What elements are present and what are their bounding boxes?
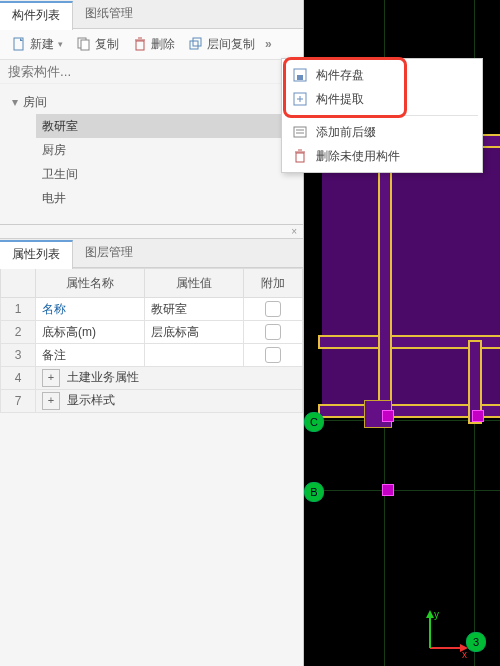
bubble-3: 3 — [466, 632, 486, 652]
row-idx: 4 — [1, 367, 36, 390]
tree-root-label: 房间 — [23, 95, 47, 109]
menu-label: 构件存盘 — [316, 67, 364, 84]
menu-divider — [286, 115, 478, 116]
row-idx: 2 — [1, 321, 36, 344]
new-button[interactable]: 新建 ▾ — [6, 34, 69, 55]
more-icon: » — [265, 37, 272, 51]
delete-icon — [133, 37, 147, 51]
prefix-icon — [292, 124, 308, 140]
tree-item[interactable]: 卫生间 — [36, 162, 303, 186]
axis-gizmo: x y — [410, 608, 470, 658]
table-row[interactable]: 1 名称 教研室 — [1, 298, 303, 321]
svg-rect-3 — [136, 41, 144, 50]
col-value: 属性值 — [144, 269, 243, 298]
tab-components[interactable]: 构件列表 — [0, 1, 73, 30]
context-menu: 构件存盘 构件提取 添加前后缀 删除未使用构件 — [281, 58, 483, 173]
menu-save-component[interactable]: 构件存盘 — [282, 63, 482, 87]
tree-item[interactable]: 厨房 — [36, 138, 303, 162]
col-name: 属性名称 — [36, 269, 145, 298]
attr-group[interactable]: + 土建业务属性 — [36, 367, 303, 390]
attr-name: 备注 — [36, 344, 145, 367]
layercopy-icon — [189, 37, 203, 51]
trash-icon — [292, 148, 308, 164]
menu-delete-unused[interactable]: 删除未使用构件 — [282, 144, 482, 168]
tree-item[interactable]: 电井 — [36, 186, 303, 210]
new-icon — [12, 37, 26, 51]
row-idx: 1 — [1, 298, 36, 321]
svg-rect-15 — [294, 127, 306, 137]
svg-text:x: x — [462, 649, 467, 658]
attr-value[interactable]: 教研室 — [144, 298, 243, 321]
attr-group[interactable]: + 显示样式 — [36, 390, 303, 413]
attr-check[interactable] — [244, 344, 303, 367]
attr-check[interactable] — [244, 321, 303, 344]
svg-rect-2 — [81, 40, 89, 50]
menu-label: 添加前后缀 — [316, 124, 376, 141]
component-tabbar: 构件列表 图纸管理 — [0, 0, 303, 29]
attr-group-label: 土建业务属性 — [67, 370, 139, 384]
svg-text:y: y — [434, 609, 439, 620]
tab-drawings[interactable]: 图纸管理 — [73, 0, 145, 27]
tab-attrs[interactable]: 属性列表 — [0, 240, 73, 269]
attr-group-label: 显示样式 — [67, 393, 115, 407]
table-row[interactable]: 2 底标高(m) 层底标高 — [1, 321, 303, 344]
svg-rect-13 — [297, 75, 303, 80]
tree-item[interactable]: 教研室 — [36, 114, 303, 138]
svg-rect-4 — [190, 41, 198, 49]
property-table: 属性名称 属性值 附加 1 名称 教研室 2 底标高(m) 层底标高 — [0, 268, 303, 413]
row-idx: 3 — [1, 344, 36, 367]
table-row[interactable]: 3 备注 — [1, 344, 303, 367]
new-label: 新建 — [30, 36, 54, 53]
delete-label: 删除 — [151, 36, 175, 53]
save-icon — [292, 67, 308, 83]
table-row[interactable]: 4 + 土建业务属性 — [1, 367, 303, 390]
menu-label: 构件提取 — [316, 91, 364, 108]
layercopy-button[interactable]: 层间复制 — [183, 34, 261, 55]
left-panel: 构件列表 图纸管理 新建 ▾ 复制 删除 — [0, 0, 304, 666]
component-tree: ▾ 房间 教研室 厨房 卫生间 电井 — [0, 84, 303, 224]
svg-marker-9 — [426, 610, 434, 618]
table-row[interactable]: 7 + 显示样式 — [1, 390, 303, 413]
attr-check[interactable] — [244, 298, 303, 321]
expand-icon[interactable]: + — [42, 369, 60, 387]
attr-name: 底标高(m) — [36, 321, 145, 344]
copy-label: 复制 — [95, 36, 119, 53]
attr-value[interactable]: 层底标高 — [144, 321, 243, 344]
property-panel: × 属性列表 图层管理 属性名称 属性值 附加 1 名称 教研室 — [0, 224, 303, 413]
bubble-b: B — [304, 482, 324, 502]
more-button[interactable]: » — [263, 35, 274, 53]
col-idx — [1, 269, 36, 298]
attr-name: 名称 — [36, 298, 145, 321]
tree-root[interactable]: ▾ 房间 — [10, 90, 303, 114]
dropdown-caret-icon: ▾ — [58, 39, 63, 49]
extract-icon — [292, 91, 308, 107]
row-idx: 7 — [1, 390, 36, 413]
copy-icon — [77, 37, 91, 51]
attr-value[interactable] — [144, 344, 243, 367]
tab-layers[interactable]: 图层管理 — [73, 239, 145, 266]
component-toolbar: 新建 ▾ 复制 删除 层间复制 » — [0, 29, 303, 60]
expand-icon[interactable]: + — [42, 392, 60, 410]
layercopy-label: 层间复制 — [207, 36, 255, 53]
close-icon[interactable]: × — [0, 225, 303, 238]
svg-rect-5 — [193, 38, 201, 46]
svg-rect-16 — [296, 153, 304, 162]
col-append: 附加 — [244, 269, 303, 298]
menu-label: 删除未使用构件 — [316, 148, 400, 165]
copy-button[interactable]: 复制 — [71, 34, 125, 55]
caret-icon: ▾ — [10, 90, 20, 114]
bubble-c: C — [304, 412, 324, 432]
menu-extract-component[interactable]: 构件提取 — [282, 87, 482, 111]
delete-button[interactable]: 删除 — [127, 34, 181, 55]
search-input[interactable] — [0, 60, 303, 84]
menu-add-prefix[interactable]: 添加前后缀 — [282, 120, 482, 144]
